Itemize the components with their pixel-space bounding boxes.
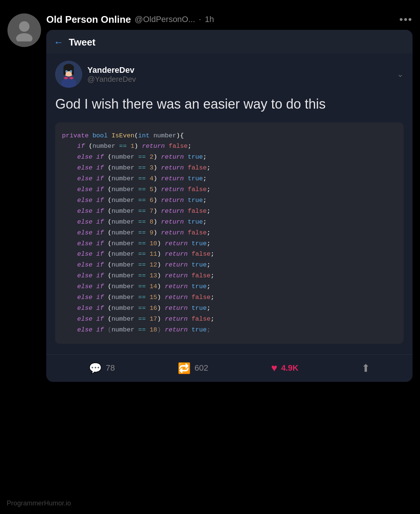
tweet-actions: 💬 78 🔁 602 ♥ 4.9K ⬆ [46, 354, 413, 382]
more-options-icon[interactable]: ••• [399, 13, 413, 25]
svg-point-8 [65, 70, 68, 72]
nested-handle[interactable]: @YandereDev [87, 75, 136, 84]
svg-point-0 [19, 21, 29, 32]
reply-action[interactable]: 💬 78 [89, 362, 115, 374]
code-block: private bool IsEven(int number){ if (num… [55, 122, 404, 344]
account-handle[interactable]: @OldPersonO... [135, 15, 195, 24]
heart-icon: ♥ [271, 362, 277, 374]
retweet-action[interactable]: 🔁 602 [178, 362, 208, 374]
code-line-4: else if (number == 4) return true; [62, 174, 397, 184]
like-action[interactable]: ♥ 4.9K [271, 362, 298, 374]
svg-point-1 [16, 33, 32, 41]
account-name[interactable]: Old Person Online [46, 14, 131, 25]
retweet-icon: 🔁 [178, 362, 191, 374]
code-line-0: private bool IsEven(int number){ [62, 131, 397, 141]
tweet-header: Old Person Online @OldPersonO... · 1h ••… [46, 13, 413, 25]
tweet-content: Old Person Online @OldPersonO... · 1h ••… [46, 13, 413, 382]
code-line-2: else if (number == 2) return true; [62, 152, 397, 163]
code-line-18: else if (number == 18) return true; [62, 325, 397, 336]
code-line-7: else if (number == 7) return false; [62, 206, 397, 217]
code-line-5: else if (number == 5) return false; [62, 184, 397, 195]
nested-avatar-img [55, 61, 82, 88]
reply-count: 78 [106, 363, 115, 373]
avatar[interactable] [7, 13, 41, 47]
nested-tweet-body: YandereDev @YandereDev ⌄ God I wish ther… [46, 53, 413, 351]
nested-user-row: YandereDev @YandereDev ⌄ [55, 61, 404, 88]
code-line-11: else if (number == 11) return false; [62, 249, 397, 260]
code-line-3: else if (number == 3) return false; [62, 163, 397, 174]
outer-avatar-container [7, 13, 41, 47]
chevron-down-icon[interactable]: ⌄ [397, 69, 404, 79]
nested-username[interactable]: YandereDev [87, 65, 136, 75]
nested-avatar[interactable] [55, 61, 82, 88]
tweet-container: Old Person Online @OldPersonO... · 1h ••… [7, 7, 413, 388]
retweet-count: 602 [195, 363, 208, 373]
code-line-6: else if (number == 6) return true; [62, 195, 397, 206]
svg-point-9 [70, 70, 72, 72]
nested-user-info: YandereDev @YandereDev [87, 65, 136, 84]
back-icon[interactable]: ← [54, 37, 63, 48]
nested-tweet-header: ← Tweet [46, 30, 413, 53]
tweet-header-left: Old Person Online @OldPersonO... · 1h [46, 14, 214, 25]
share-action[interactable]: ⬆ [361, 362, 370, 374]
tweet-time: 1h [205, 15, 214, 24]
tweet-main-text: God I wish there was an easier way to do… [55, 95, 404, 113]
dot-separator: · [199, 15, 201, 24]
code-line-9: else if (number == 9) return false; [62, 228, 397, 239]
code-line-10: else if (number == 10) return true; [62, 239, 397, 249]
person-icon [13, 19, 35, 41]
code-line-8: else if (number == 8) return true; [62, 217, 397, 228]
code-line-15: else if (number == 15) return false; [62, 292, 397, 303]
code-line-13: else if (number == 13) return false; [62, 271, 397, 281]
code-line-12: else if (number == 12) return true; [62, 260, 397, 271]
watermark: ProgrammerHumor.io [7, 499, 71, 507]
reply-icon: 💬 [89, 362, 102, 374]
code-line-16: else if (number == 16) return true; [62, 303, 397, 314]
yanderedev-avatar-svg [55, 61, 82, 88]
nested-tweet-title: Tweet [69, 37, 405, 48]
like-count: 4.9K [281, 363, 298, 373]
code-line-14: else if (number == 14) return true; [62, 281, 397, 292]
nested-tweet-card: ← Tweet [46, 30, 413, 382]
share-icon: ⬆ [361, 362, 370, 374]
code-line-17: else if (number == 17) return false; [62, 314, 397, 325]
code-line-1: if (number == 1) return false; [62, 141, 397, 152]
nested-user-left: YandereDev @YandereDev [55, 61, 136, 88]
